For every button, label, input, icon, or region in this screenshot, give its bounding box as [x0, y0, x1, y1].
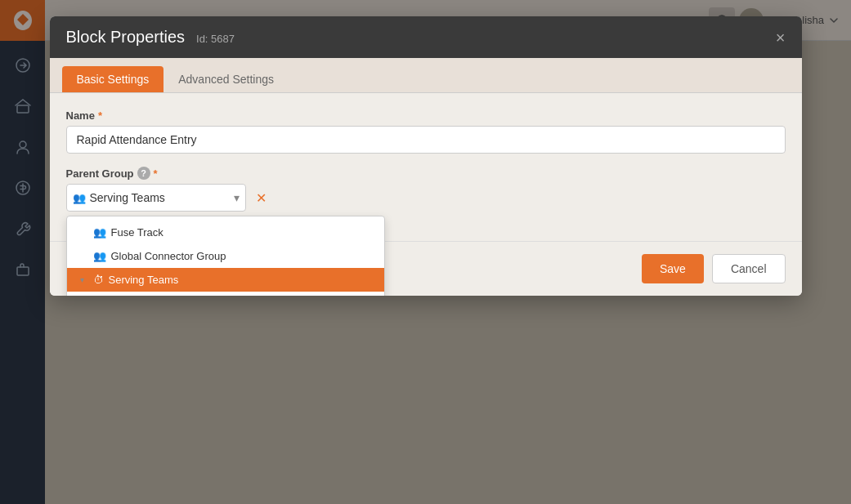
help-icon[interactable]: ? — [137, 167, 150, 180]
modal-header: Block Properties Id: 5687 × — [50, 16, 802, 58]
global-connector-icon: 👥 — [93, 250, 106, 262]
modal-tabs: Basic Settings Advanced Settings — [50, 58, 802, 93]
modal-dialog: Block Properties Id: 5687 × Basic Settin… — [50, 16, 802, 296]
modal-title-area: Block Properties Id: 5687 — [66, 28, 235, 47]
modal-overlay: Block Properties Id: 5687 × Basic Settin… — [0, 0, 851, 504]
modal-title: Block Properties — [66, 28, 186, 46]
tab-basic-settings[interactable]: Basic Settings — [62, 66, 164, 92]
modal-id: Id: 5687 — [196, 33, 235, 45]
tree-body: 👥 Fuse Track 👥 Global Connector Group — [67, 216, 384, 296]
serving-teams-icon: ⏱ — [93, 274, 104, 286]
name-form-group: Name * — [66, 109, 786, 154]
required-indicator: * — [98, 109, 102, 122]
name-input[interactable] — [66, 126, 786, 154]
tree-item-serving-teams[interactable]: ▾ ⏱ Serving Teams — [67, 268, 384, 292]
parent-group-select[interactable]: Serving Teams — [66, 184, 246, 212]
expand-placeholder — [77, 227, 88, 239]
tree-item-fuse-track[interactable]: 👥 Fuse Track — [67, 221, 384, 244]
tab-advanced-settings[interactable]: Advanced Settings — [163, 66, 289, 92]
group-tree-dropdown: 👥 Fuse Track 👥 Global Connector Group — [66, 216, 385, 296]
clear-parent-group-button[interactable]: ✕ — [253, 187, 270, 209]
group-icon: 👥 — [73, 192, 86, 204]
name-label: Name * — [66, 109, 786, 122]
parent-group-required: * — [154, 167, 158, 180]
modal-body: Name * Parent Group ? * 👥 Serv — [50, 93, 802, 241]
fuse-track-icon: 👥 — [93, 226, 106, 239]
expand-placeholder-2 — [77, 251, 88, 262]
parent-group-label: Parent Group ? * — [66, 167, 786, 180]
tree-item-global-connector[interactable]: 👥 Global Connector Group — [67, 244, 384, 268]
expand-serving-teams: ▾ — [77, 274, 88, 286]
tree-item-childrens[interactable]: ⏱ Children's — [67, 292, 384, 296]
modal-close-button[interactable]: × — [776, 29, 786, 46]
parent-group-select-wrapper: 👥 Serving Teams ▾ 👥 — [66, 184, 246, 212]
parent-group-row: 👥 Serving Teams ▾ 👥 — [66, 184, 786, 212]
parent-group-form-group: Parent Group ? * 👥 Serving Teams ▾ — [66, 167, 786, 212]
save-button[interactable]: Save — [642, 254, 704, 283]
cancel-button[interactable]: Cancel — [712, 254, 786, 283]
